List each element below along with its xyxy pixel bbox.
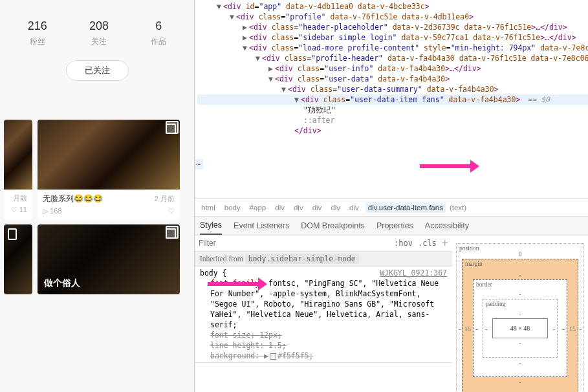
stat-num: 216 xyxy=(28,19,47,33)
gallery-icon xyxy=(8,228,17,240)
stat-label: 关注 xyxy=(89,36,109,47)
bc-div[interactable]: div xyxy=(272,202,287,213)
css-prop-font-family[interactable]: font-family: fontsc, "PingFang SC", "Hel… xyxy=(200,278,447,330)
dom-node[interactable]: ▶<div class="sidebar simple login" data-… xyxy=(197,32,588,43)
box-model[interactable]: position 0 - margin - 15 border - - padd… xyxy=(452,235,588,392)
card-row: 月前 xyxy=(4,190,32,206)
css-prop-line-height[interactable]: line-height: 1.5; xyxy=(200,340,447,351)
multi-image-icon xyxy=(166,124,176,134)
dom-node[interactable]: ▶<div class="user-info" data-v-fa4b4a30>… xyxy=(197,63,588,74)
add-rule-button[interactable]: + xyxy=(442,238,448,248)
content-card[interactable]: 无脸系列😂😂😂 2 月前 ▷ 168♡ xyxy=(38,120,180,219)
annotation-arrow xyxy=(420,164,472,168)
bc-div[interactable]: div xyxy=(328,202,343,213)
card-title-text: 无脸系列😂😂😂 xyxy=(43,194,103,203)
card-overlay-text: 做个俗人 xyxy=(44,278,80,289)
content-card[interactable]: 做个俗人 xyxy=(38,224,180,294)
profile-stats: 216 粉丝 208 关注 6 作品 xyxy=(0,0,194,54)
hov-toggle[interactable]: :hov xyxy=(394,238,413,248)
styles-filter-input[interactable] xyxy=(199,239,389,248)
bm-padding: padding - - 48 × 48 - - xyxy=(483,299,558,358)
elements-breadcrumb[interactable]: html body #app div div div div div div.u… xyxy=(195,198,588,216)
bc-body[interactable]: body xyxy=(222,202,243,213)
content-card[interactable]: 月前 ♡ 11 xyxy=(4,120,32,219)
bm-margin: margin - 15 border - - padding - - 48 × … xyxy=(462,259,578,392)
stat-works[interactable]: 6 作品 xyxy=(151,19,166,47)
dom-node[interactable]: ▼<div class="profile-header" data-v-fa4b… xyxy=(197,53,588,63)
bc-div[interactable]: div xyxy=(310,202,325,213)
annotation-arrow xyxy=(208,282,259,286)
content-card[interactable] xyxy=(4,224,32,294)
tab-dom-breakpoints[interactable]: DOM Breakpoints xyxy=(301,217,365,234)
bc-selected[interactable]: div.user-data-item.fans xyxy=(365,202,446,213)
followed-button[interactable]: 已关注 xyxy=(66,60,129,81)
cls-toggle[interactable]: .cls xyxy=(418,238,437,248)
rule-source-link[interactable]: WJKGYL_0921:367 xyxy=(380,268,447,278)
bc-html[interactable]: html xyxy=(199,202,218,213)
dom-node[interactable]: ▼<div class="user-data-summary" data-v-f… xyxy=(197,84,588,94)
stat-num: 208 xyxy=(89,19,109,33)
dom-pseudo-node[interactable]: ::after xyxy=(197,115,588,125)
tab-accessibility[interactable]: Accessibility xyxy=(425,217,469,234)
card-time: 2 月前 xyxy=(155,194,175,204)
styles-column[interactable]: :hov .cls + Inherited from body.sidebar-… xyxy=(195,235,452,392)
rule-selector[interactable]: body { xyxy=(200,268,227,278)
elements-dom-tree[interactable]: ⋯ ▼<div id="app" data-v-4db11ea0 data-v-… xyxy=(195,0,588,198)
stat-fans[interactable]: 216 粉丝 xyxy=(28,19,47,47)
inherited-from-row: Inherited from body.sidebar-simple-mode xyxy=(195,252,452,267)
card-thumbnail xyxy=(4,224,32,294)
dom-close-tag[interactable]: </div> xyxy=(197,125,588,136)
dom-node[interactable]: ▼<div class="user-data" data-v-fa4b4a30> xyxy=(197,74,588,84)
tab-event-listeners[interactable]: Event Listeners xyxy=(234,217,289,234)
content-grid: 月前 ♡ 11 无脸系列😂😂😂 2 月前 ▷ 168♡ 做个俗人 xyxy=(0,120,194,294)
bm-border: border - - padding - - 48 × 48 - - - - xyxy=(473,279,567,377)
styles-filter-row: :hov .cls + xyxy=(195,235,452,252)
stat-follow[interactable]: 208 关注 xyxy=(89,19,109,47)
bc-div[interactable]: div xyxy=(347,202,362,213)
card-meta: ▷ 168♡ xyxy=(38,207,180,219)
card-thumbnail xyxy=(4,120,32,190)
inherit-selector-link[interactable]: body.sidebar-simple-mode xyxy=(245,254,359,264)
dom-node[interactable]: ▼<div id="app" data-v-4db11ea0 data-v-4b… xyxy=(197,1,588,12)
dom-node-selected[interactable]: ▼<div class="user-data-item fans" data-v… xyxy=(197,94,588,105)
tab-properties[interactable]: Properties xyxy=(376,217,413,234)
sidebar-tabs: Styles Event Listeners DOM Breakpoints P… xyxy=(195,216,588,235)
card-time: 月前 xyxy=(13,193,27,203)
bm-content: 48 × 48 xyxy=(492,318,548,338)
card-meta: ♡ 11 xyxy=(4,206,32,218)
card-row: 无脸系列😂😂😂 2 月前 xyxy=(38,190,180,207)
css-prop-font-size[interactable]: font-size: 12px; xyxy=(200,330,447,340)
stat-label: 作品 xyxy=(151,36,166,47)
color-swatch[interactable] xyxy=(270,353,276,360)
multi-image-icon xyxy=(166,228,176,239)
dom-node[interactable]: ▶<div class="header-placeholder" data-v-… xyxy=(197,22,588,32)
bc-div[interactable]: div xyxy=(291,202,306,213)
app-preview-panel: 216 粉丝 208 关注 6 作品 已关注 月前 ♡ 11 无脸系列😂😂😂 2… xyxy=(0,0,194,392)
dom-text-node[interactable]: "劷歝玘" xyxy=(197,105,588,115)
css-rule[interactable]: body { WJKGYL_0921:367 font-family: font… xyxy=(195,267,452,363)
bm-position: position 0 - margin - 15 border - - padd… xyxy=(456,243,584,392)
inherit-prefix: Inherited from xyxy=(200,255,245,263)
stat-num: 6 xyxy=(151,19,166,33)
ellipsis-handle[interactable]: ⋯ xyxy=(195,159,203,169)
card-thumbnail: 做个俗人 xyxy=(38,224,180,294)
stat-label: 粉丝 xyxy=(28,36,47,47)
card-thumbnail xyxy=(38,120,180,190)
bc-trail: (text) xyxy=(450,204,466,212)
tab-styles[interactable]: Styles xyxy=(200,217,222,235)
dom-node[interactable]: ▼<div class="profile" data-v-76f1c51e da… xyxy=(197,12,588,22)
dom-node[interactable]: ▼<div class="load-more profile-content" … xyxy=(197,43,588,53)
css-prop-background[interactable]: background: ▶#f5f5f5; xyxy=(200,351,447,361)
styles-pane: :hov .cls + Inherited from body.sidebar-… xyxy=(195,235,588,392)
bc-app[interactable]: #app xyxy=(247,202,269,213)
devtools-panel: ⋯ ▼<div id="app" data-v-4db11ea0 data-v-… xyxy=(194,0,588,392)
